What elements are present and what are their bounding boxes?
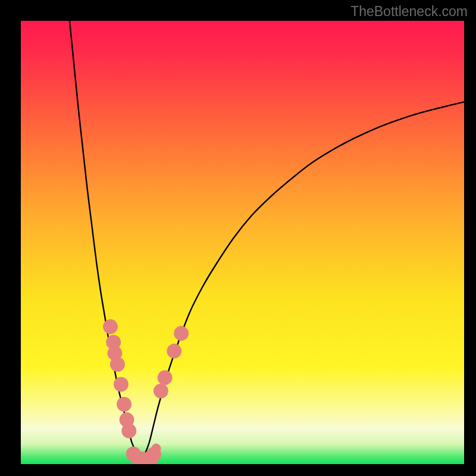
marker-dot: [121, 424, 136, 439]
marker-dot: [158, 370, 173, 385]
plot-area: [21, 21, 464, 464]
chart-svg: [21, 21, 464, 464]
marker-dot: [117, 397, 131, 412]
marker-dot: [174, 326, 189, 341]
chart-frame: TheBottleneck.com: [0, 0, 476, 476]
marker-dot: [146, 447, 161, 462]
marker-dot: [114, 377, 129, 392]
curve-right-curve: [140, 102, 464, 459]
watermark-text: TheBottleneck.com: [350, 4, 468, 20]
curve-left-curve: [70, 21, 140, 459]
marker-dot: [167, 344, 181, 359]
marker-cluster-bottom: [126, 446, 161, 464]
marker-dot: [110, 357, 125, 372]
marker-dot: [154, 384, 168, 399]
marker-dot: [103, 320, 118, 334]
